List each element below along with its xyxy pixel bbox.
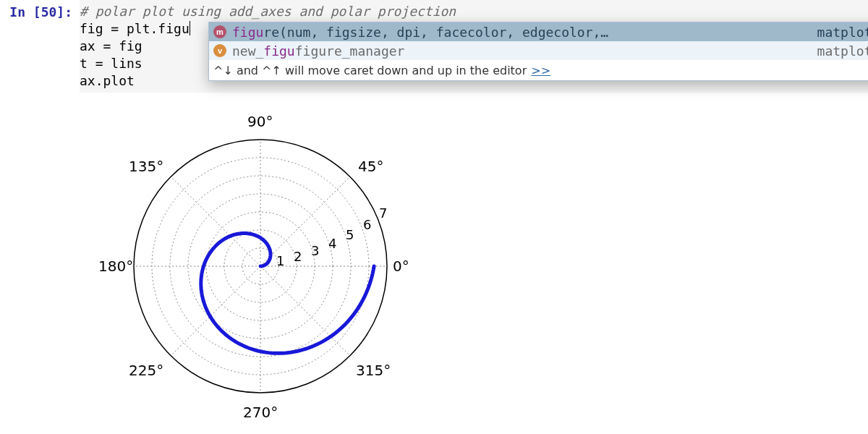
notebook-cell: In [50]: # polar plot using add_axes and…: [0, 0, 868, 93]
polar-chart: 0° 45° 90° 135° 180° 225° 270° 315° 1 2 …: [94, 100, 427, 433]
angle-label-45: 45°: [358, 158, 383, 175]
svg-line-10: [171, 176, 260, 266]
autocomplete-item-figure[interactable]: figure(num, figsize, dpi, facecolor, edg…: [209, 22, 868, 41]
radial-label-6: 6: [363, 217, 371, 232]
code-input-area[interactable]: # polar plot using add_axes and polar pr…: [80, 0, 868, 93]
angle-label-315: 315°: [356, 362, 391, 379]
radial-label-5: 5: [346, 227, 354, 242]
polar-chart-svg: [94, 100, 427, 433]
code-line-1[interactable]: # polar plot using add_axes and polar pr…: [80, 3, 868, 20]
autocomplete-item-new-figure-manager[interactable]: new_figufigure_manager matplotlib.pyplo: [209, 41, 868, 60]
svg-line-8: [260, 176, 350, 266]
radial-label-3: 3: [311, 243, 319, 258]
angle-label-180: 180°: [98, 258, 133, 275]
radial-label-4: 4: [328, 236, 336, 251]
method-icon: [213, 25, 226, 38]
input-prompt: In [50]:: [9, 4, 72, 20]
text-cursor: [190, 21, 190, 35]
prompt-column: In [50]:: [0, 0, 80, 93]
angle-label-90: 90°: [247, 113, 273, 130]
angle-label-225: 225°: [129, 362, 163, 379]
radial-label-1: 1: [276, 253, 284, 268]
autocomplete-popup[interactable]: figure(num, figsize, dpi, facecolor, edg…: [208, 22, 868, 81]
autocomplete-hint: ^↓ and ^↑ will move caret down and up in…: [209, 60, 868, 80]
angle-label-0: 0°: [393, 258, 409, 275]
angle-label-270: 270°: [243, 404, 278, 421]
angle-label-135: 135°: [129, 158, 163, 175]
autocomplete-hint-link[interactable]: >>: [531, 64, 550, 77]
radial-label-7: 7: [379, 205, 387, 221]
variable-icon: [213, 44, 226, 57]
radial-label-2: 2: [294, 249, 302, 264]
svg-line-12: [171, 266, 260, 356]
output-area: 0° 45° 90° 135° 180° 225° 270° 315° 1 2 …: [80, 93, 868, 433]
svg-line-14: [260, 266, 350, 356]
